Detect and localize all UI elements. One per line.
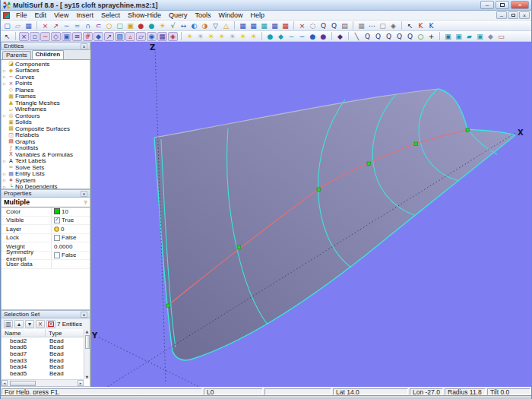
toolbar-icon[interactable]: ☀ — [249, 32, 258, 41]
toolbar-icon[interactable]: ▣ — [62, 32, 71, 41]
toolbar-icon[interactable]: K — [426, 21, 436, 30]
toolbar-icon[interactable]: ▭ — [496, 32, 506, 41]
tree-item-system[interactable]: ▷∗System — [2, 177, 90, 184]
expand-icon[interactable]: ▷ — [2, 172, 8, 176]
menu-query[interactable]: Query — [165, 11, 192, 20]
columns-icon[interactable]: ▥ — [4, 320, 13, 328]
toolbar-icon[interactable]: ◆ — [276, 32, 286, 41]
expand-icon[interactable]: ▷ — [2, 81, 8, 86]
toolbar-icon[interactable]: K — [416, 21, 426, 30]
selection-row[interactable]: bead2Bead — [2, 337, 90, 344]
expand-icon[interactable]: ▷ — [2, 178, 8, 182]
minimize-button[interactable]: – — [480, 1, 494, 9]
toolbar-icon[interactable]: Q — [384, 32, 394, 41]
toolbar-icon[interactable]: ☀ — [227, 32, 237, 41]
toolbar-icon[interactable]: Q — [363, 32, 372, 41]
property-value[interactable]: 10 — [52, 208, 90, 215]
toolbar-icon[interactable]: ○ — [416, 32, 426, 41]
toolbar-icon[interactable]: √ — [168, 21, 178, 30]
toolbar-icon[interactable]: ▢ — [378, 21, 388, 30]
toolbar-icon[interactable]: ▣ — [475, 32, 485, 41]
tree-item-text-labels[interactable]: ▷AText Labels — [2, 158, 90, 165]
toolbar-icon[interactable]: ☀ — [195, 32, 205, 41]
selection-row[interactable]: bead5Bead — [2, 370, 90, 377]
toolbar-icon[interactable]: ◆ — [335, 32, 345, 41]
toolbar-icon[interactable]: ● — [136, 21, 146, 30]
close-panel-button[interactable]: × — [81, 191, 87, 197]
toolbar-icon[interactable]: △ — [221, 21, 231, 30]
toolbar-icon[interactable]: Q — [318, 21, 328, 30]
tree-item-components[interactable]: ◪Components — [2, 61, 90, 68]
toolbar-icon[interactable]: ▦ — [157, 32, 167, 41]
toolbar-icon[interactable]: ● — [308, 32, 318, 41]
tab-children[interactable]: Children — [32, 50, 64, 59]
expand-icon[interactable]: ▷ — [2, 68, 8, 73]
property-value[interactable]: 0 — [52, 226, 90, 233]
toolbar-icon[interactable]: ● — [318, 32, 328, 41]
toolbar-icon[interactable]: ╲ — [352, 32, 362, 41]
toolbar-icon[interactable]: ◆ — [486, 32, 496, 41]
clear-selection-icon[interactable]: × — [46, 320, 55, 328]
tree-item-knotlists[interactable]: ƒKnotlists — [2, 145, 90, 152]
toolbar-icon[interactable]: ∼ — [62, 21, 71, 30]
menu-window[interactable]: Window — [214, 11, 246, 20]
selection-row[interactable]: bead3Bead — [2, 357, 90, 364]
property-row-symmetry-exempt[interactable]: Symmetry exemptFalse — [2, 252, 90, 261]
toolbar-icon[interactable]: ◉ — [147, 32, 157, 41]
toolbar-icon[interactable]: ☀ — [238, 32, 248, 41]
toolbar-icon[interactable]: ◇ — [51, 32, 61, 41]
toolbar-icon[interactable]: Q — [373, 32, 383, 41]
property-row-user-data[interactable]: User data — [2, 260, 90, 269]
tree-item-frames[interactable]: ▦Frames — [2, 93, 90, 100]
toolbar-icon[interactable]: ▱ — [136, 32, 146, 41]
tree-item-variables---formulas[interactable]: XVariables & Formulas — [2, 151, 90, 158]
property-row-color[interactable]: Color10 — [2, 207, 90, 217]
selection-row[interactable]: bead7Bead — [2, 350, 90, 357]
checkbox-unchecked[interactable] — [54, 235, 60, 241]
expand-icon[interactable]: ▷ — [2, 113, 8, 118]
toolbar-icon[interactable]: ≈ — [72, 21, 82, 30]
toolbar-icon[interactable]: ▣ — [443, 32, 453, 41]
toolbar-icon[interactable]: ◑ — [200, 21, 210, 30]
vertical-scrollbar[interactable]: ▲ ▼ — [84, 329, 90, 379]
expand-icon[interactable]: ▷ — [2, 74, 8, 79]
scrollbar-thumb[interactable] — [10, 381, 36, 386]
restore-button[interactable] — [496, 1, 509, 9]
scroll-up-icon[interactable]: ▲ — [86, 329, 89, 334]
menu-help[interactable]: Help — [247, 11, 269, 20]
remove-entity-icon[interactable]: × — [36, 320, 45, 328]
property-value[interactable]: False — [52, 252, 90, 258]
checkbox-unchecked[interactable] — [54, 252, 60, 258]
move-up-icon[interactable]: ▴ — [14, 320, 24, 328]
toolbar-icon[interactable]: ● — [147, 21, 157, 30]
tree-item-composite-surfaces[interactable]: ▩Composite Surfaces — [2, 125, 90, 132]
toolbar-icon[interactable]: × — [40, 21, 50, 30]
toolbar-icon[interactable]: ▽ — [211, 21, 220, 30]
tree-item-no-dependents[interactable]: ▷└No Dependents — [2, 184, 90, 190]
tree-item-contours[interactable]: ▷◎Contours — [2, 112, 90, 119]
toolbar-icon[interactable]: ▢ — [115, 21, 125, 30]
toolbar-icon[interactable]: ↗ — [51, 21, 61, 30]
open-file-icon[interactable]: ▱ — [13, 21, 23, 30]
toolbar-icon[interactable]: ▣ — [454, 32, 464, 41]
tree-item-entity-lists[interactable]: ▷▤Entity Lists — [2, 171, 90, 178]
menu-select[interactable]: Select — [97, 11, 124, 20]
toolbar-icon[interactable]: ∩ — [83, 21, 93, 30]
selection-row[interactable]: bead4Bead — [2, 363, 90, 370]
toolbar-icon[interactable]: ▦ — [238, 21, 248, 30]
toolbar-icon[interactable]: Q — [329, 21, 339, 30]
close-panel-button[interactable]: × — [81, 312, 87, 318]
toolbar-icon[interactable]: ▰ — [464, 32, 474, 41]
toolbar-icon[interactable]: Q — [394, 32, 404, 41]
tab-parents[interactable]: Parents — [2, 51, 31, 59]
tree-item-relabels[interactable]: ◫Relabels — [2, 132, 90, 139]
scroll-left-icon[interactable]: ◂ — [2, 380, 8, 386]
property-value[interactable]: 0.0000 — [52, 243, 90, 250]
toolbar-icon[interactable]: × — [297, 21, 307, 30]
move-down-icon[interactable]: ▾ — [25, 320, 34, 328]
expand-icon[interactable]: ▷ — [2, 185, 8, 189]
toolbar-icon[interactable]: ☀ — [157, 21, 167, 30]
expand-icon[interactable]: ▷ — [2, 159, 8, 163]
property-row-layer[interactable]: Layer0 — [2, 225, 90, 234]
tree-item-graphs[interactable]: ▤Graphs — [2, 138, 90, 145]
